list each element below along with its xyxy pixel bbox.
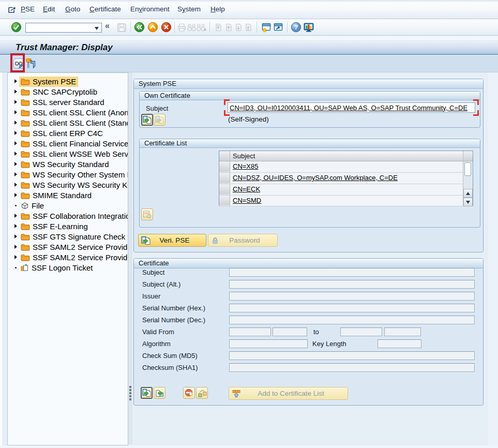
system-menu-icon[interactable]	[7, 5, 17, 16]
certificate-link[interactable]: CN=SMD	[233, 197, 261, 204]
tree-item[interactable]: WS Security Other System Enc	[8, 170, 128, 180]
import-pse-icon[interactable]	[26, 58, 36, 71]
row-selector[interactable]	[219, 173, 230, 184]
expand-arrow-icon[interactable]	[14, 131, 17, 135]
certificate-link[interactable]: CN=X85	[233, 162, 259, 170]
page-up-icon[interactable]	[224, 23, 233, 34]
tree-item[interactable]: WS Security WS Security Keys	[8, 180, 128, 190]
back-icon[interactable]	[134, 22, 145, 35]
algorithm-field[interactable]	[229, 339, 308, 348]
enter-icon[interactable]	[11, 22, 22, 35]
expand-arrow-icon[interactable]	[14, 152, 17, 156]
menu-goto[interactable]: Goto	[65, 0, 80, 19]
row-selector[interactable]	[219, 161, 230, 172]
row-selector[interactable]	[219, 184, 230, 195]
tree-item[interactable]: File	[8, 201, 128, 211]
expand-arrow-icon[interactable]	[14, 141, 17, 145]
expand-arrow-icon[interactable]	[14, 214, 17, 218]
find-icon[interactable]	[187, 23, 197, 35]
certificate-link[interactable]: CN=DSZ, OU=IDES, O=mySAP.com Workplace, …	[233, 174, 398, 182]
expand-arrow-icon[interactable]	[14, 183, 17, 187]
expand-arrow-icon[interactable]	[14, 121, 17, 125]
last-page-icon[interactable]	[244, 23, 253, 34]
valid-from-date-field[interactable]	[229, 327, 271, 336]
expand-arrow-icon[interactable]	[14, 193, 17, 197]
expand-arrow-icon[interactable]	[14, 234, 17, 238]
expand-arrow-icon[interactable]	[14, 255, 17, 259]
tree-item[interactable]: SSF Collaboration Integration	[8, 211, 128, 221]
own-subject-field[interactable]	[228, 102, 475, 113]
tree-item[interactable]: SSF SAML2 Service Provider	[8, 252, 128, 263]
new-session-icon[interactable]	[261, 22, 271, 35]
collapse-command-icon[interactable]: «	[105, 21, 110, 31]
cert-issuer-field[interactable]	[229, 292, 475, 301]
customize-local-layout-icon[interactable]	[303, 22, 314, 35]
assign-button[interactable]	[196, 387, 208, 399]
tree-item[interactable]: SNC SAPCryptolib	[8, 87, 128, 97]
tree-item[interactable]: SMIME Standard	[8, 190, 128, 201]
expand-arrow-icon[interactable]	[14, 162, 17, 166]
remove-certificate-button[interactable]	[141, 208, 153, 220]
command-dropdown-icon[interactable]	[95, 27, 99, 30]
menu-certificate[interactable]: Certificate	[89, 0, 121, 19]
expand-arrow-icon[interactable]	[14, 89, 17, 94]
expand-arrow-icon[interactable]	[14, 79, 17, 83]
tree-item[interactable]: SSF GTS Signature Check	[8, 232, 128, 242]
tree-item[interactable]: SSL client Financial Services	[8, 139, 128, 149]
command-field[interactable]	[25, 23, 102, 33]
first-page-icon[interactable]	[214, 23, 223, 34]
export-certificate-button[interactable]	[154, 387, 165, 399]
expand-arrow-icon[interactable]	[14, 224, 17, 228]
menu-help[interactable]: Help	[210, 0, 225, 19]
cert-serial-hex-field[interactable]	[229, 304, 475, 312]
menu-edit[interactable]: Edit	[43, 0, 55, 19]
expand-arrow-icon[interactable]	[14, 110, 17, 114]
tree-item[interactable]: SSF E-Learning	[8, 221, 128, 232]
exit-icon[interactable]	[147, 22, 158, 35]
tree-item[interactable]: SSL client ERP C4C	[8, 128, 128, 139]
valid-to-date-field[interactable]	[340, 327, 382, 336]
scroll-up-button[interactable]	[463, 189, 473, 198]
expand-arrow-icon[interactable]	[14, 100, 17, 104]
page-down-icon[interactable]	[234, 23, 243, 34]
expand-arrow-icon[interactable]	[14, 172, 17, 176]
cert-subject-alt-field[interactable]	[229, 280, 475, 289]
help-icon[interactable]: ?	[291, 22, 301, 35]
table-select-all-cell[interactable]	[219, 151, 230, 161]
key-length-field[interactable]	[378, 339, 421, 348]
splitter[interactable]	[128, 72, 132, 444]
tree-item[interactable]: WS Security Standard	[8, 159, 128, 170]
import-own-certificate-button[interactable]	[154, 114, 165, 126]
verify-pse-button[interactable]: Veri. PSE	[138, 234, 206, 247]
row-selector[interactable]	[219, 196, 230, 206]
find-next-icon[interactable]	[197, 23, 206, 35]
menu-system[interactable]: System	[177, 0, 201, 19]
save-icon[interactable]	[117, 23, 127, 35]
tree-item[interactable]: SSL server Standard	[8, 97, 128, 108]
print-icon[interactable]	[177, 23, 187, 35]
import-certificate-button[interactable]	[141, 387, 153, 399]
tree-item[interactable]: System PSE	[8, 77, 128, 87]
tree-item[interactable]: SSL client WSSE Web Service	[8, 149, 128, 159]
cert-serial-dec-field[interactable]	[229, 316, 475, 324]
password-button[interactable]: Password	[208, 234, 278, 247]
tree-item[interactable]: SSF Logon Ticket	[8, 263, 128, 273]
certificate-link[interactable]: CN=ECK	[233, 185, 260, 193]
tree-item[interactable]: SSL client SSL Client (Anonym	[8, 108, 128, 118]
menu-environment[interactable]: Environment	[130, 0, 170, 19]
cancel-icon[interactable]	[161, 22, 172, 35]
sha1-field[interactable]	[229, 363, 475, 372]
valid-from-time-field[interactable]	[273, 327, 307, 336]
scrollbar-thumb[interactable]	[464, 162, 471, 176]
cert-subject-field[interactable]	[229, 268, 475, 277]
md5-field[interactable]	[229, 351, 475, 360]
tree-item[interactable]: SSF SAML2 Service Provider	[8, 242, 128, 252]
add-to-certificate-list-button[interactable]: Add to Certificate List	[229, 387, 348, 400]
valid-to-time-field[interactable]	[384, 327, 421, 336]
scroll-down-button[interactable]	[463, 198, 473, 206]
set-invalid-button[interactable]	[183, 387, 195, 399]
tree-item[interactable]: SSL client SSL Client (Standa	[8, 118, 128, 128]
create-shortcut-icon[interactable]	[273, 22, 283, 35]
command-input[interactable]	[26, 24, 93, 32]
menu-pse[interactable]: PSE	[21, 0, 35, 19]
